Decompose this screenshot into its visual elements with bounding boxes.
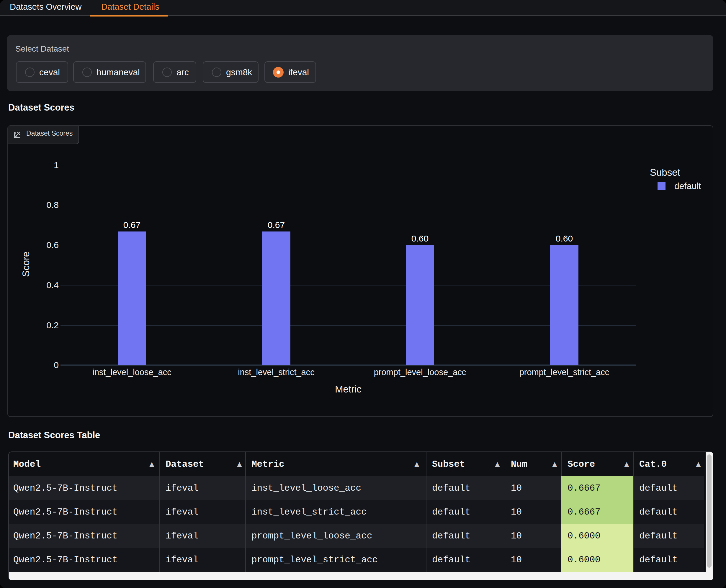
svg-text:0.6: 0.6 bbox=[46, 240, 59, 250]
svg-text:0.60: 0.60 bbox=[556, 234, 573, 243]
svg-text:prompt_level_loose_acc: prompt_level_loose_acc bbox=[374, 368, 466, 377]
svg-text:0.8: 0.8 bbox=[46, 200, 59, 210]
svg-text:Score: Score bbox=[20, 252, 31, 277]
svg-text:0.60: 0.60 bbox=[411, 234, 428, 243]
svg-text:inst_level_strict_acc: inst_level_strict_acc bbox=[238, 368, 315, 377]
svg-text:0: 0 bbox=[54, 360, 59, 370]
svg-text:Metric: Metric bbox=[335, 384, 362, 395]
svg-text:Subset: Subset bbox=[650, 167, 680, 178]
svg-text:0.4: 0.4 bbox=[46, 280, 59, 290]
svg-text:0.67: 0.67 bbox=[268, 220, 285, 230]
svg-text:0.2: 0.2 bbox=[46, 320, 59, 330]
svg-text:inst_level_loose_acc: inst_level_loose_acc bbox=[93, 368, 172, 377]
svg-text:0.67: 0.67 bbox=[123, 220, 140, 230]
svg-text:default: default bbox=[674, 181, 701, 191]
svg-text:prompt_level_strict_acc: prompt_level_strict_acc bbox=[519, 368, 609, 377]
svg-text:1: 1 bbox=[54, 160, 59, 170]
